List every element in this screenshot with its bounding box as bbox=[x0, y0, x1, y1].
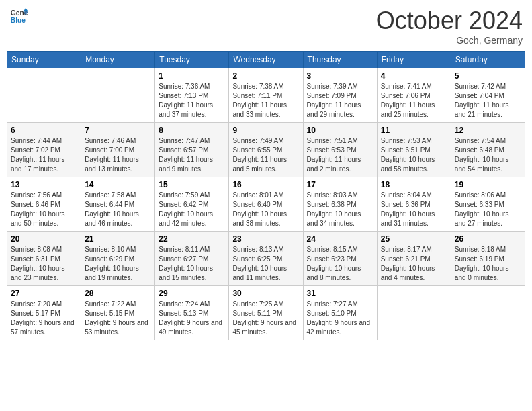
day-info: Sunrise: 7:51 AM Sunset: 6:53 PM Dayligh… bbox=[307, 136, 373, 174]
day-info: Sunrise: 7:39 AM Sunset: 7:09 PM Dayligh… bbox=[307, 82, 373, 120]
day-info: Sunrise: 7:22 AM Sunset: 5:15 PM Dayligh… bbox=[85, 300, 151, 337]
page-header: General Blue October 2024 Goch, Germany bbox=[7, 7, 525, 46]
day-info: Sunrise: 7:56 AM Sunset: 6:46 PM Dayligh… bbox=[11, 191, 77, 228]
day-number: 16 bbox=[232, 180, 299, 189]
day-number: 28 bbox=[85, 289, 151, 298]
calendar-cell: 10Sunrise: 7:51 AM Sunset: 6:53 PM Dayli… bbox=[303, 123, 377, 177]
day-number: 25 bbox=[381, 234, 447, 244]
day-info: Sunrise: 7:46 AM Sunset: 7:00 PM Dayligh… bbox=[85, 136, 151, 174]
calendar-cell: 21Sunrise: 8:10 AM Sunset: 6:29 PM Dayli… bbox=[81, 232, 155, 286]
calendar-cell: 27Sunrise: 7:20 AM Sunset: 5:17 PM Dayli… bbox=[7, 286, 81, 340]
day-number: 13 bbox=[11, 180, 77, 189]
day-info: Sunrise: 8:08 AM Sunset: 6:31 PM Dayligh… bbox=[11, 245, 77, 283]
day-info: Sunrise: 8:01 AM Sunset: 6:40 PM Dayligh… bbox=[232, 191, 299, 228]
day-info: Sunrise: 8:11 AM Sunset: 6:27 PM Dayligh… bbox=[159, 245, 225, 283]
day-number: 31 bbox=[307, 289, 373, 298]
day-info: Sunrise: 7:24 AM Sunset: 5:13 PM Dayligh… bbox=[159, 300, 225, 337]
day-info: Sunrise: 7:27 AM Sunset: 5:10 PM Dayligh… bbox=[307, 300, 373, 337]
day-number: 26 bbox=[455, 234, 521, 244]
day-number: 14 bbox=[85, 180, 151, 189]
day-of-week-header: Wednesday bbox=[229, 52, 303, 68]
location: Goch, Germany bbox=[376, 35, 523, 46]
calendar-cell: 25Sunrise: 8:17 AM Sunset: 6:21 PM Dayli… bbox=[377, 232, 451, 286]
logo: General Blue bbox=[9, 7, 28, 26]
day-info: Sunrise: 7:53 AM Sunset: 6:51 PM Dayligh… bbox=[381, 136, 447, 174]
title-block: October 2024 Goch, Germany bbox=[376, 7, 523, 46]
day-info: Sunrise: 8:06 AM Sunset: 6:33 PM Dayligh… bbox=[455, 191, 521, 228]
day-number: 27 bbox=[11, 289, 77, 298]
day-number: 20 bbox=[11, 234, 77, 244]
calendar-cell: 24Sunrise: 8:15 AM Sunset: 6:23 PM Dayli… bbox=[303, 232, 377, 286]
calendar-table: SundayMondayTuesdayWednesdayThursdayFrid… bbox=[7, 51, 525, 340]
calendar-cell: 30Sunrise: 7:25 AM Sunset: 5:11 PM Dayli… bbox=[229, 286, 303, 340]
day-number: 2 bbox=[232, 71, 299, 81]
calendar-cell: 11Sunrise: 7:53 AM Sunset: 6:51 PM Dayli… bbox=[377, 123, 451, 177]
day-number: 18 bbox=[381, 180, 447, 189]
calendar-cell: 29Sunrise: 7:24 AM Sunset: 5:13 PM Dayli… bbox=[155, 286, 229, 340]
calendar-week-row: 13Sunrise: 7:56 AM Sunset: 6:46 PM Dayli… bbox=[7, 177, 525, 232]
day-info: Sunrise: 8:15 AM Sunset: 6:23 PM Dayligh… bbox=[307, 245, 373, 283]
calendar-cell: 16Sunrise: 8:01 AM Sunset: 6:40 PM Dayli… bbox=[229, 177, 303, 232]
day-number: 17 bbox=[307, 180, 373, 189]
day-info: Sunrise: 7:42 AM Sunset: 7:04 PM Dayligh… bbox=[455, 82, 521, 120]
calendar-cell: 2Sunrise: 7:38 AM Sunset: 7:11 PM Daylig… bbox=[229, 68, 303, 123]
calendar-cell bbox=[7, 68, 81, 123]
day-info: Sunrise: 7:58 AM Sunset: 6:44 PM Dayligh… bbox=[85, 191, 151, 228]
day-info: Sunrise: 7:54 AM Sunset: 6:48 PM Dayligh… bbox=[455, 136, 521, 174]
day-info: Sunrise: 8:18 AM Sunset: 6:19 PM Dayligh… bbox=[455, 245, 521, 283]
day-number: 11 bbox=[381, 126, 447, 135]
month-title: October 2024 bbox=[376, 7, 523, 35]
calendar-cell: 6Sunrise: 7:44 AM Sunset: 7:02 PM Daylig… bbox=[7, 123, 81, 177]
calendar-cell: 9Sunrise: 7:49 AM Sunset: 6:55 PM Daylig… bbox=[229, 123, 303, 177]
calendar-cell bbox=[377, 286, 451, 340]
day-number: 4 bbox=[381, 71, 447, 81]
calendar-cell: 26Sunrise: 8:18 AM Sunset: 6:19 PM Dayli… bbox=[451, 232, 525, 286]
calendar-week-row: 1Sunrise: 7:36 AM Sunset: 7:13 PM Daylig… bbox=[7, 68, 525, 123]
calendar-cell: 8Sunrise: 7:47 AM Sunset: 6:57 PM Daylig… bbox=[155, 123, 229, 177]
day-info: Sunrise: 7:25 AM Sunset: 5:11 PM Dayligh… bbox=[232, 300, 299, 337]
day-info: Sunrise: 8:03 AM Sunset: 6:38 PM Dayligh… bbox=[307, 191, 373, 228]
day-info: Sunrise: 8:04 AM Sunset: 6:36 PM Dayligh… bbox=[381, 191, 447, 228]
calendar-cell: 23Sunrise: 8:13 AM Sunset: 6:25 PM Dayli… bbox=[229, 232, 303, 286]
day-number: 10 bbox=[307, 126, 373, 135]
calendar-cell: 14Sunrise: 7:58 AM Sunset: 6:44 PM Dayli… bbox=[81, 177, 155, 232]
day-of-week-header: Tuesday bbox=[155, 52, 229, 68]
day-of-week-header: Saturday bbox=[451, 52, 525, 68]
day-info: Sunrise: 7:47 AM Sunset: 6:57 PM Dayligh… bbox=[159, 136, 225, 174]
day-info: Sunrise: 7:36 AM Sunset: 7:13 PM Dayligh… bbox=[159, 82, 225, 120]
day-info: Sunrise: 8:10 AM Sunset: 6:29 PM Dayligh… bbox=[85, 245, 151, 283]
calendar-cell: 19Sunrise: 8:06 AM Sunset: 6:33 PM Dayli… bbox=[451, 177, 525, 232]
day-number: 19 bbox=[455, 180, 521, 189]
calendar-cell bbox=[451, 286, 525, 340]
day-number: 12 bbox=[455, 126, 521, 135]
day-number: 15 bbox=[159, 180, 225, 189]
day-info: Sunrise: 7:38 AM Sunset: 7:11 PM Dayligh… bbox=[232, 82, 299, 120]
calendar-week-row: 6Sunrise: 7:44 AM Sunset: 7:02 PM Daylig… bbox=[7, 123, 525, 177]
calendar-cell: 7Sunrise: 7:46 AM Sunset: 7:00 PM Daylig… bbox=[81, 123, 155, 177]
day-info: Sunrise: 7:41 AM Sunset: 7:06 PM Dayligh… bbox=[381, 82, 447, 120]
calendar-cell: 3Sunrise: 7:39 AM Sunset: 7:09 PM Daylig… bbox=[303, 68, 377, 123]
calendar-header-row: SundayMondayTuesdayWednesdayThursdayFrid… bbox=[7, 52, 525, 68]
day-info: Sunrise: 8:13 AM Sunset: 6:25 PM Dayligh… bbox=[232, 245, 299, 283]
calendar-cell: 12Sunrise: 7:54 AM Sunset: 6:48 PM Dayli… bbox=[451, 123, 525, 177]
day-number: 6 bbox=[11, 126, 77, 135]
day-number: 22 bbox=[159, 234, 225, 244]
calendar-cell: 4Sunrise: 7:41 AM Sunset: 7:06 PM Daylig… bbox=[377, 68, 451, 123]
calendar-cell: 20Sunrise: 8:08 AM Sunset: 6:31 PM Dayli… bbox=[7, 232, 81, 286]
calendar-cell: 5Sunrise: 7:42 AM Sunset: 7:04 PM Daylig… bbox=[451, 68, 525, 123]
day-info: Sunrise: 7:59 AM Sunset: 6:42 PM Dayligh… bbox=[159, 191, 225, 228]
day-number: 21 bbox=[85, 234, 151, 244]
calendar-cell: 28Sunrise: 7:22 AM Sunset: 5:15 PM Dayli… bbox=[81, 286, 155, 340]
day-of-week-header: Monday bbox=[81, 52, 155, 68]
day-number: 30 bbox=[232, 289, 299, 298]
day-number: 1 bbox=[159, 71, 225, 81]
calendar-cell: 22Sunrise: 8:11 AM Sunset: 6:27 PM Dayli… bbox=[155, 232, 229, 286]
day-info: Sunrise: 7:44 AM Sunset: 7:02 PM Dayligh… bbox=[11, 136, 77, 174]
day-number: 3 bbox=[307, 71, 373, 81]
calendar-cell: 1Sunrise: 7:36 AM Sunset: 7:13 PM Daylig… bbox=[155, 68, 229, 123]
day-number: 24 bbox=[307, 234, 373, 244]
calendar-cell bbox=[81, 68, 155, 123]
calendar-week-row: 27Sunrise: 7:20 AM Sunset: 5:17 PM Dayli… bbox=[7, 286, 525, 340]
day-info: Sunrise: 7:20 AM Sunset: 5:17 PM Dayligh… bbox=[11, 300, 77, 337]
day-number: 23 bbox=[232, 234, 299, 244]
